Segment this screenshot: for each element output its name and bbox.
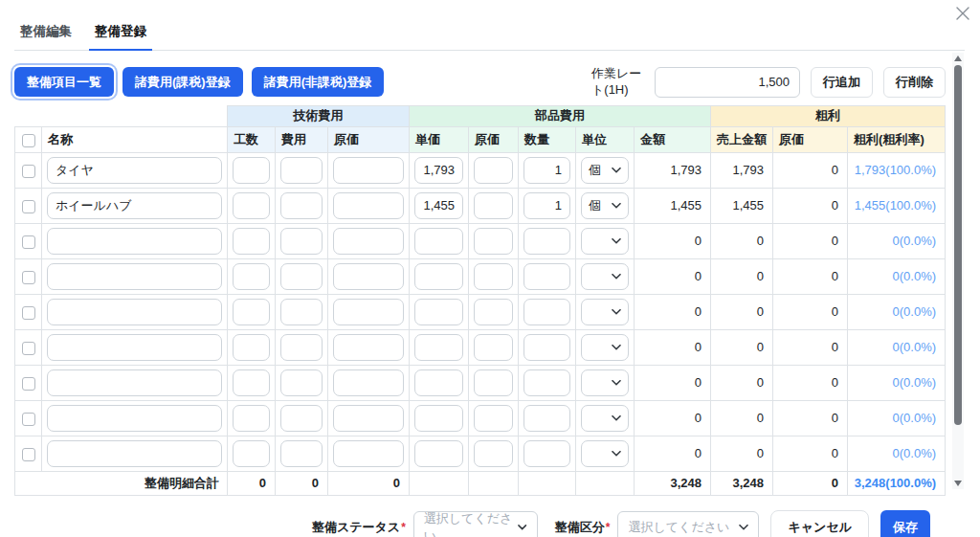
row-checkbox[interactable] xyxy=(22,448,35,461)
man-hours-input[interactable] xyxy=(233,405,270,432)
name-input[interactable] xyxy=(47,334,222,361)
tech-cost-price-input[interactable] xyxy=(333,192,404,219)
parts-cost-price-input[interactable] xyxy=(474,157,513,184)
select-all-checkbox[interactable] xyxy=(22,134,35,147)
group-header-technical-cost: 技術費用 xyxy=(228,105,410,126)
unit-price-input[interactable] xyxy=(414,334,463,361)
unit-select[interactable] xyxy=(581,263,629,290)
unit-select[interactable]: 個 xyxy=(581,157,629,184)
unit-select[interactable] xyxy=(581,440,629,467)
row-checkbox[interactable] xyxy=(22,235,35,249)
quantity-input[interactable] xyxy=(523,192,570,219)
tech-cost-price-input[interactable] xyxy=(333,369,404,396)
row-checkbox[interactable] xyxy=(22,306,35,320)
parts-cost-price-input[interactable] xyxy=(474,334,513,361)
unit-price-input[interactable] xyxy=(414,192,463,219)
unit-price-input[interactable] xyxy=(414,263,463,290)
unit-select[interactable]: 個 xyxy=(581,192,629,219)
tech-cost-price-input[interactable] xyxy=(333,157,404,184)
name-input[interactable] xyxy=(47,263,222,290)
delete-row-button[interactable]: 行削除 xyxy=(883,67,946,98)
cost-input[interactable] xyxy=(280,405,323,432)
cost-input[interactable] xyxy=(280,440,323,467)
cancel-button[interactable]: キャンセル xyxy=(770,510,869,537)
tab-maintenance-edit[interactable]: 整備編集 xyxy=(14,23,78,50)
cost-input[interactable] xyxy=(280,157,323,184)
tech-cost-price-input[interactable] xyxy=(333,334,404,361)
man-hours-input[interactable] xyxy=(233,299,270,325)
parts-cost-price-input[interactable] xyxy=(474,405,513,432)
parts-cost-price-input[interactable] xyxy=(474,369,513,396)
quantity-input[interactable] xyxy=(523,157,570,184)
name-input[interactable] xyxy=(47,369,222,396)
quantity-input[interactable] xyxy=(523,405,570,432)
man-hours-input[interactable] xyxy=(233,334,270,361)
quantity-input[interactable] xyxy=(523,440,570,467)
tech-cost-price-input[interactable] xyxy=(333,228,404,255)
quantity-input[interactable] xyxy=(523,334,570,361)
tech-cost-price-input[interactable] xyxy=(333,263,404,290)
unit-price-input[interactable] xyxy=(414,299,463,325)
row-checkbox[interactable] xyxy=(22,200,35,213)
parts-cost-price-input[interactable] xyxy=(474,440,513,467)
parts-cost-price-input[interactable] xyxy=(474,263,513,290)
row-checkbox[interactable] xyxy=(22,165,35,178)
unit-price-input[interactable] xyxy=(414,228,463,255)
close-icon[interactable] xyxy=(954,5,971,22)
scrollbar-down-arrow-icon[interactable] xyxy=(954,481,962,486)
unit-price-input[interactable] xyxy=(414,405,463,432)
tech-cost-price-input[interactable] xyxy=(333,440,404,467)
unit-select[interactable] xyxy=(581,369,629,396)
parts-cost-price-input[interactable] xyxy=(474,192,513,219)
name-input[interactable] xyxy=(47,228,222,255)
man-hours-input[interactable] xyxy=(233,440,270,467)
name-input[interactable] xyxy=(47,405,222,432)
man-hours-input[interactable] xyxy=(233,192,270,219)
tech-cost-price-input[interactable] xyxy=(333,299,404,325)
work-rate-input[interactable] xyxy=(655,67,800,98)
name-input[interactable] xyxy=(47,192,222,219)
cost-input[interactable] xyxy=(280,263,323,290)
quantity-input[interactable] xyxy=(523,299,570,325)
parts-cost-price-input[interactable] xyxy=(474,299,513,325)
save-button[interactable]: 保存 xyxy=(880,510,930,537)
cost-input[interactable] xyxy=(280,369,323,396)
maintenance-status-select[interactable]: 選択してください xyxy=(413,511,538,537)
unit-price-input[interactable] xyxy=(414,369,463,396)
scrollbar-up-arrow-icon[interactable] xyxy=(954,56,962,61)
row-checkbox[interactable] xyxy=(22,377,35,391)
unit-select[interactable] xyxy=(581,299,629,325)
unit-select[interactable] xyxy=(581,334,629,361)
name-input[interactable] xyxy=(47,440,222,467)
vertical-scrollbar[interactable] xyxy=(952,53,964,489)
parts-cost-price-input[interactable] xyxy=(474,228,513,255)
name-input[interactable] xyxy=(47,157,222,184)
tab-maintenance-register[interactable]: 整備登録 xyxy=(89,23,152,51)
unit-select[interactable] xyxy=(581,228,629,255)
unit-select[interactable] xyxy=(581,405,629,432)
man-hours-input[interactable] xyxy=(233,369,270,396)
unit-price-input[interactable] xyxy=(414,440,463,467)
quantity-input[interactable] xyxy=(523,369,570,396)
cost-input[interactable] xyxy=(280,334,323,361)
cost-input[interactable] xyxy=(280,228,323,255)
scrollbar-thumb[interactable] xyxy=(954,65,962,425)
unit-price-input[interactable] xyxy=(414,157,463,184)
taxed-expense-register-button[interactable]: 諸費用(課税)登録 xyxy=(122,67,243,97)
maintenance-category-select[interactable]: 選択してください xyxy=(617,511,759,537)
row-checkbox[interactable] xyxy=(22,413,35,426)
quantity-input[interactable] xyxy=(523,228,570,255)
man-hours-input[interactable] xyxy=(233,157,270,184)
maintenance-item-list-button[interactable]: 整備項目一覧 xyxy=(14,67,114,97)
cost-input[interactable] xyxy=(280,299,323,325)
cost-input[interactable] xyxy=(280,192,323,219)
name-input[interactable] xyxy=(47,299,222,325)
man-hours-input[interactable] xyxy=(233,263,270,290)
row-checkbox[interactable] xyxy=(22,342,35,355)
row-checkbox[interactable] xyxy=(22,271,35,284)
man-hours-input[interactable] xyxy=(233,228,270,255)
add-row-button[interactable]: 行追加 xyxy=(811,67,873,98)
quantity-input[interactable] xyxy=(523,263,570,290)
untaxed-expense-register-button[interactable]: 諸費用(非課税)登録 xyxy=(252,67,385,97)
tech-cost-price-input[interactable] xyxy=(333,405,404,432)
